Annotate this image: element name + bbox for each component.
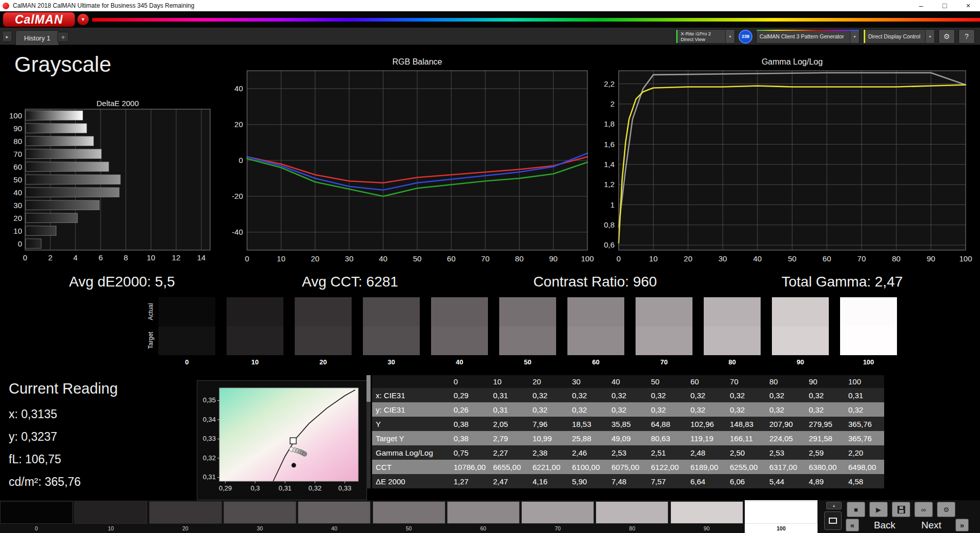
- svg-text:0,8: 0,8: [604, 220, 615, 229]
- patch-label: 30: [223, 525, 296, 532]
- pattern-level-70[interactable]: 70: [521, 500, 594, 533]
- pattern-level-10[interactable]: 10: [74, 500, 147, 533]
- svg-text:30: 30: [719, 254, 727, 263]
- maximize-button[interactable]: □: [933, 0, 956, 11]
- pattern-patch-row: 0102030405060708090100: [0, 500, 820, 533]
- swatch-label: 0: [158, 358, 215, 366]
- swatch-target-color: [772, 326, 829, 356]
- pattern-window-button[interactable]: [824, 511, 842, 530]
- grayscale-workspace: Grayscale 024681012141009080706050403020…: [0, 45, 980, 294]
- svg-text:0,31: 0,31: [203, 473, 216, 481]
- history-panel-expander[interactable]: ▸: [2, 31, 12, 42]
- svg-text:DeltaE 2000: DeltaE 2000: [96, 100, 139, 108]
- swatch-label: 50: [499, 358, 556, 366]
- table-cell: 35,85: [608, 417, 647, 431]
- patch-color: [298, 501, 371, 524]
- reading-fl: fL: 106,75: [9, 453, 61, 466]
- table-cell: 6498,00: [845, 460, 884, 474]
- swatch-label: 70: [636, 358, 692, 366]
- back-button[interactable]: Back: [862, 519, 907, 531]
- display-control-dropdown[interactable]: Direct Display Control ▾: [863, 29, 935, 44]
- table-row-label: Target Y: [372, 431, 450, 445]
- table-header-cell: 40: [608, 375, 647, 388]
- swatch-row: 0102030405060708090100: [0, 294, 980, 365]
- pattern-level-0[interactable]: 0: [0, 500, 73, 533]
- table-header-cell: 100: [845, 375, 884, 388]
- table-cell: 2,27: [489, 445, 529, 460]
- patch-label: 90: [670, 525, 743, 532]
- table-cell: 0,32: [687, 388, 726, 402]
- rgb-balance-chart: 010203040506070809010040200-20-40RGB Bal…: [226, 56, 595, 266]
- meter-dropdown[interactable]: X-Rite i1Pro 2 Direct View ▾: [676, 29, 735, 44]
- pattern-level-50[interactable]: 50: [373, 500, 445, 533]
- reading-x: x: 0,3135: [9, 407, 57, 421]
- pattern-level-80[interactable]: 80: [596, 500, 668, 533]
- swatch-label: 60: [567, 358, 624, 366]
- stop-button[interactable]: ■: [847, 502, 865, 517]
- table-cell: 5,90: [568, 474, 608, 488]
- settings-button[interactable]: ⚙: [938, 29, 955, 44]
- swatch-actual-color: [499, 297, 556, 326]
- swatch-actual-color: [704, 297, 761, 326]
- pattern-level-30[interactable]: 30: [223, 500, 296, 533]
- table-scrollbar[interactable]: [366, 375, 371, 488]
- window-titlebar: CalMAN 2018 CalMAN Ultimate for Business…: [0, 0, 980, 11]
- svg-text:0,3: 0,3: [251, 484, 260, 492]
- next-chevron-button[interactable]: »: [955, 519, 969, 531]
- meter-dropdown-body: X-Rite i1Pro 2 Direct View: [676, 30, 725, 43]
- swatch-label: 20: [295, 358, 352, 366]
- swatch-target-color: [295, 326, 352, 356]
- total-gamma-stat: Total Gamma: 2,47: [782, 274, 903, 290]
- add-tab-button[interactable]: +: [57, 32, 69, 42]
- svg-text:0: 0: [239, 156, 243, 165]
- svg-text:20: 20: [684, 254, 692, 263]
- patch-label: 100: [745, 525, 818, 532]
- svg-text:6: 6: [98, 253, 103, 262]
- table-cell: 6,64: [687, 474, 726, 488]
- avg-de2000-stat: Avg dE2000: 5,5: [69, 274, 175, 290]
- table-scrollbar-thumb[interactable]: [366, 375, 371, 402]
- pattern-level-20[interactable]: 20: [149, 500, 222, 533]
- help-button[interactable]: ?: [958, 29, 975, 44]
- svg-text:12: 12: [172, 253, 180, 262]
- patch-label: 50: [373, 525, 445, 532]
- swatch-actual-color: [363, 297, 420, 326]
- meter-count-badge[interactable]: 238: [739, 30, 752, 44]
- grayscale-swatch-20: 20: [295, 297, 352, 355]
- play-button[interactable]: ▶: [869, 502, 888, 517]
- table-cell: 0,32: [766, 402, 805, 417]
- table-cell: 166,11: [726, 431, 766, 445]
- patch-label: 60: [447, 525, 520, 532]
- save-button[interactable]: [892, 502, 910, 517]
- rainbow-gradient-strip: [92, 18, 980, 22]
- svg-text:100: 100: [581, 254, 594, 263]
- swatch-target-color: [636, 326, 692, 356]
- next-button[interactable]: Next: [909, 519, 953, 531]
- svg-text:0,32: 0,32: [309, 484, 321, 492]
- minimize-button[interactable]: –: [909, 0, 933, 11]
- back-chevron-button[interactable]: «: [846, 519, 859, 531]
- table-cell: 18,53: [568, 417, 608, 431]
- pattern-level-90[interactable]: 90: [670, 500, 743, 533]
- pattern-level-100[interactable]: 100: [745, 500, 818, 533]
- table-cell: 0,32: [647, 388, 687, 402]
- tab-history-1[interactable]: History 1: [15, 30, 59, 45]
- pattern-level-40[interactable]: 40: [298, 500, 371, 533]
- logo-menu-button[interactable]: ▼: [77, 14, 89, 25]
- panel-expand-button[interactable]: ▴: [826, 502, 842, 509]
- swatch-actual-color: [567, 297, 624, 326]
- svg-text:60: 60: [13, 162, 22, 171]
- svg-text:90: 90: [549, 254, 558, 263]
- calman-logo[interactable]: CalMAN: [3, 12, 75, 27]
- grayscale-swatch-60: 60: [567, 297, 624, 355]
- table-row-label: Gamma Log/Log: [372, 445, 450, 460]
- close-button[interactable]: ×: [956, 0, 980, 11]
- table-header-cell: 10: [489, 375, 529, 388]
- pattern-options-button[interactable]: ⚙: [937, 502, 955, 517]
- table-cell: 7,96: [529, 417, 568, 431]
- table-cell: 6100,00: [568, 460, 608, 474]
- pattern-generator-dropdown[interactable]: CalMAN Client 3 Pattern Generator ▾: [756, 29, 860, 44]
- pattern-level-60[interactable]: 60: [447, 500, 520, 533]
- continuous-measure-button[interactable]: ∞: [914, 502, 933, 517]
- table-header-cell: 0: [450, 375, 489, 388]
